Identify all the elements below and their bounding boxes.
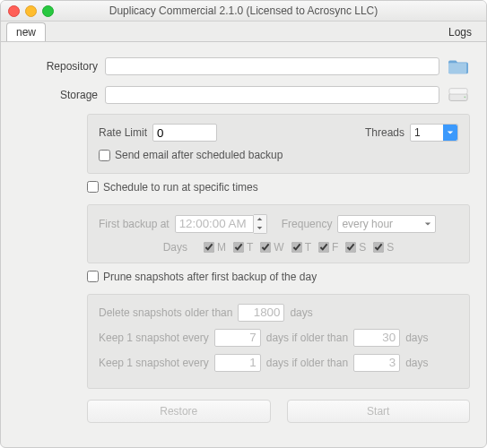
day-wed[interactable]: W bbox=[260, 241, 283, 254]
day-mon[interactable]: M bbox=[204, 241, 226, 254]
prune-label: Prune snapshots after first backup of th… bbox=[103, 271, 317, 283]
keep2-post: days bbox=[405, 357, 428, 369]
window-controls bbox=[8, 5, 54, 17]
send-email-label: Send email after scheduled backup bbox=[115, 149, 283, 161]
threads-select[interactable]: 1 bbox=[410, 124, 458, 142]
repository-input[interactable] bbox=[105, 57, 439, 75]
keep2-pre: Keep 1 snapshot every bbox=[99, 357, 209, 369]
storage-label: Storage bbox=[17, 89, 105, 101]
day-sat[interactable]: S bbox=[345, 241, 366, 254]
chevron-down-icon bbox=[421, 216, 435, 232]
storage-input[interactable] bbox=[105, 86, 439, 104]
zoom-icon[interactable] bbox=[42, 5, 54, 17]
app-window: Duplicacy Commercial 2.1.0 (Licensed to … bbox=[0, 0, 487, 448]
delete-older-input[interactable] bbox=[238, 304, 284, 322]
restore-button[interactable]: Restore bbox=[87, 400, 271, 423]
schedule-panel: First backup at Frequency every hour Day… bbox=[87, 204, 470, 263]
delete-older-unit: days bbox=[290, 306, 312, 319]
title-bar: Duplicacy Commercial 2.1.0 (Licensed to … bbox=[1, 1, 486, 22]
frequency-label: Frequency bbox=[282, 218, 333, 230]
day-tue[interactable]: T bbox=[233, 241, 253, 254]
keep2-mid: days if older than bbox=[266, 357, 348, 369]
days-label: Days bbox=[163, 241, 187, 254]
chevron-down-icon bbox=[443, 125, 457, 141]
delete-older-label: Delete snapshots older than bbox=[99, 306, 232, 319]
keep1-post: days bbox=[405, 332, 428, 344]
prune-checkbox[interactable]: Prune snapshots after first backup of th… bbox=[87, 271, 317, 283]
frequency-value: every hour bbox=[342, 218, 393, 230]
keep1-older-input[interactable] bbox=[353, 329, 400, 347]
send-email-checkbox[interactable]: Send email after scheduled backup bbox=[99, 149, 283, 161]
rate-limit-label: Rate Limit bbox=[99, 126, 147, 139]
time-stepper[interactable] bbox=[254, 214, 267, 234]
repository-label: Repository bbox=[17, 60, 105, 73]
threads-value: 1 bbox=[414, 126, 421, 139]
action-buttons: Restore Start bbox=[87, 400, 470, 423]
chevron-up-icon[interactable] bbox=[254, 215, 266, 224]
start-button[interactable]: Start bbox=[287, 400, 471, 423]
options-panel: Rate Limit Threads 1 Send email after sc… bbox=[87, 114, 470, 174]
days-row: Days M T W T F S S bbox=[99, 241, 458, 254]
tab-new[interactable]: new bbox=[6, 22, 46, 41]
rate-limit-input[interactable] bbox=[152, 124, 217, 142]
chevron-down-icon[interactable] bbox=[254, 224, 266, 233]
keep1-every-input[interactable] bbox=[214, 329, 261, 347]
day-fri[interactable]: F bbox=[318, 241, 338, 254]
keep1-pre: Keep 1 snapshot every bbox=[99, 332, 209, 344]
frequency-select[interactable]: every hour bbox=[337, 215, 436, 233]
day-thu[interactable]: T bbox=[291, 241, 311, 254]
browse-storage-button[interactable] bbox=[447, 85, 470, 105]
svg-point-2 bbox=[464, 96, 465, 98]
threads-label: Threads bbox=[365, 126, 404, 139]
schedule-checkbox[interactable]: Schedule to run at specific times bbox=[87, 181, 258, 194]
svg-rect-1 bbox=[449, 89, 467, 94]
browse-repository-button[interactable] bbox=[447, 56, 470, 76]
send-email-input[interactable] bbox=[99, 150, 110, 161]
tab-logs[interactable]: Logs bbox=[439, 23, 481, 41]
tab-bar: new Logs bbox=[1, 22, 486, 42]
keep2-older-input[interactable] bbox=[353, 354, 400, 372]
close-icon[interactable] bbox=[8, 5, 20, 17]
window-title: Duplicacy Commercial 2.1.0 (Licensed to … bbox=[1, 4, 486, 17]
first-backup-label: First backup at bbox=[99, 218, 170, 230]
schedule-label: Schedule to run at specific times bbox=[103, 181, 258, 194]
keep1-mid: days if older than bbox=[266, 332, 348, 344]
first-backup-time[interactable] bbox=[175, 214, 267, 234]
prune-panel: Delete snapshots older than days Keep 1 … bbox=[87, 294, 470, 389]
minimize-icon[interactable] bbox=[25, 5, 37, 17]
schedule-input[interactable] bbox=[87, 181, 99, 193]
main-content: Repository Storage Rate Limit Threads 1 bbox=[1, 42, 486, 437]
day-sun[interactable]: S bbox=[373, 241, 394, 254]
first-backup-input[interactable] bbox=[175, 215, 254, 233]
prune-input[interactable] bbox=[87, 271, 99, 282]
keep2-every-input[interactable] bbox=[214, 354, 261, 372]
